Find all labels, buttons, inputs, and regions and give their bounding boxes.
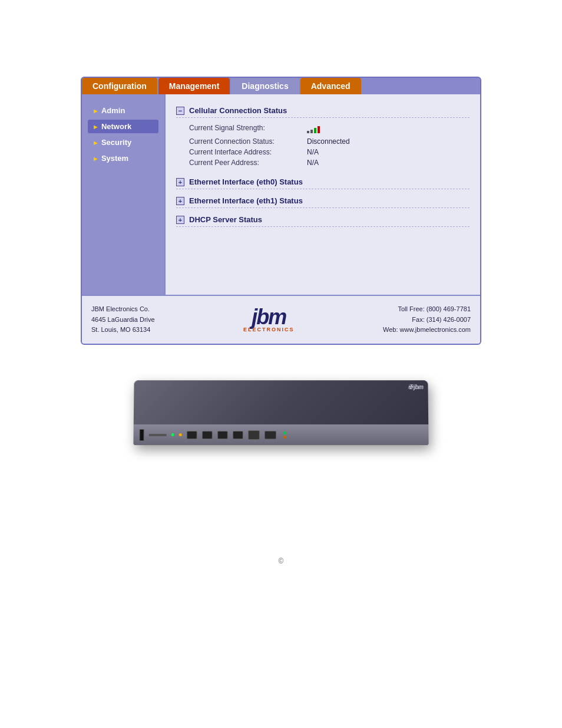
- device-logo: ✠ jbm: [408, 384, 423, 390]
- arrow-icon-security: ►: [92, 139, 99, 146]
- tab-management-label: Management: [169, 81, 220, 91]
- cellular-header: − Cellular Connection Status: [176, 104, 470, 118]
- led-3: [283, 431, 286, 434]
- db9-port: [265, 430, 276, 439]
- connection-status-row: Current Connection Status: Disconnected: [189, 136, 470, 147]
- device-box: ✠ jbm: [133, 380, 428, 445]
- sidebar-label-security: Security: [101, 138, 131, 147]
- signal-strength-row: Current Signal Strength:: [189, 123, 470, 136]
- footer: JBM Electronics Co. 4645 LaGuardia Drive…: [82, 295, 480, 344]
- tab-management[interactable]: Management: [158, 78, 230, 94]
- led-group: [283, 431, 286, 438]
- bar3: [314, 128, 316, 133]
- tab-advanced[interactable]: Advanced: [300, 78, 361, 94]
- eth0-header: + Ethernet Interface (eth0) Status: [176, 175, 470, 189]
- arrow-icon-admin: ►: [92, 107, 99, 114]
- eth1-header: + Ethernet Interface (eth1) Status: [176, 194, 470, 208]
- eth0-section: + Ethernet Interface (eth0) Status: [176, 175, 470, 189]
- cellular-details: Current Signal Strength:: [176, 120, 470, 170]
- port-1: [140, 429, 144, 440]
- logo-b: b: [256, 305, 268, 329]
- port-rj45-2: [202, 430, 213, 439]
- sidebar-label-system: System: [101, 154, 128, 163]
- device-top: ✠ jbm: [134, 380, 428, 424]
- sidebar-item-admin[interactable]: ► Admin: [88, 104, 158, 117]
- copyright: ©: [279, 557, 284, 565]
- company-name: JBM Electronics Co.: [91, 304, 155, 315]
- signal-bars-icon: [307, 124, 320, 133]
- sidebar-item-system[interactable]: ► System: [88, 151, 158, 165]
- footer-left: JBM Electronics Co. 4645 LaGuardia Drive…: [91, 304, 155, 335]
- electronics-label: ELECTRONICS: [243, 327, 295, 332]
- jbm-logo-text: jbm: [252, 307, 286, 328]
- eth0-expand-icon[interactable]: +: [176, 178, 184, 186]
- sidebar-label-network: Network: [101, 122, 131, 131]
- content-area: ► Admin ► Network ► Security ► System: [82, 94, 480, 295]
- sidebar-item-security[interactable]: ► Security: [88, 136, 158, 149]
- led-4: [283, 435, 286, 438]
- led-1: [171, 433, 174, 436]
- arrow-icon-system: ►: [92, 155, 99, 162]
- tab-configuration-label: Configuration: [92, 81, 147, 91]
- main-panel: Configuration Management Diagnostics Adv…: [81, 77, 481, 345]
- arrow-icon-network: ►: [92, 123, 99, 130]
- port-rj45-1: [187, 430, 197, 439]
- device-front: [133, 424, 428, 445]
- footer-logo: jbm ELECTRONICS: [243, 307, 295, 332]
- serial-port: [248, 430, 260, 439]
- fax: Fax: (314) 426-0007: [383, 315, 471, 325]
- bar2: [310, 130, 313, 133]
- eth1-title: Ethernet Interface (eth1) Status: [189, 196, 303, 205]
- bar4: [318, 126, 320, 133]
- peer-label: Current Peer Address:: [189, 159, 307, 167]
- website: Web: www.jbmelectronics.com: [383, 325, 471, 335]
- port-rj45-4: [233, 430, 243, 439]
- interface-value: N/A: [307, 148, 319, 156]
- main-content: − Cellular Connection Status Current Sig…: [164, 94, 480, 295]
- tab-diagnostics[interactable]: Diagnostics: [231, 78, 299, 94]
- connection-label: Current Connection Status:: [189, 137, 307, 146]
- interface-label: Current Interface Address:: [189, 148, 307, 156]
- logo-m: m: [268, 305, 286, 329]
- dhcp-header: + DHCP Server Status: [176, 213, 470, 227]
- dhcp-section: + DHCP Server Status: [176, 213, 470, 227]
- slot-area: [149, 433, 167, 436]
- eth1-section: + Ethernet Interface (eth1) Status: [176, 194, 470, 208]
- sidebar-label-admin: Admin: [101, 106, 125, 115]
- eth1-expand-icon[interactable]: +: [176, 197, 184, 205]
- eth0-title: Ethernet Interface (eth0) Status: [189, 177, 303, 186]
- dhcp-title: DHCP Server Status: [189, 215, 262, 224]
- dhcp-expand-icon[interactable]: +: [176, 216, 184, 224]
- tab-diagnostics-label: Diagnostics: [242, 81, 288, 91]
- tab-advanced-label: Advanced: [311, 81, 351, 91]
- sidebar-item-network[interactable]: ► Network: [88, 120, 158, 133]
- connection-value: Disconnected: [307, 137, 350, 146]
- footer-right: Toll Free: (800) 469-7781 Fax: (314) 426…: [383, 304, 471, 335]
- led-2: [179, 433, 182, 436]
- address-line2: St. Louis, MO 63134: [91, 325, 155, 335]
- copyright-symbol: ©: [279, 557, 284, 565]
- port-rj45-3: [217, 430, 228, 439]
- interface-address-row: Current Interface Address: N/A: [189, 147, 470, 157]
- cellular-expand-icon[interactable]: −: [176, 107, 184, 115]
- peer-value: N/A: [307, 159, 319, 167]
- cellular-section: − Cellular Connection Status Current Sig…: [176, 104, 470, 170]
- tab-bar: Configuration Management Diagnostics Adv…: [82, 78, 480, 94]
- cellular-title: Cellular Connection Status: [189, 106, 287, 115]
- device-image-area: ✠ jbm: [134, 380, 428, 475]
- toll-free: Toll Free: (800) 469-7781: [383, 304, 471, 315]
- signal-label: Current Signal Strength:: [189, 124, 307, 135]
- sidebar: ► Admin ► Network ► Security ► System: [82, 94, 164, 295]
- address-line1: 4645 LaGuardia Drive: [91, 315, 155, 325]
- bar1: [307, 131, 309, 133]
- tab-configuration[interactable]: Configuration: [82, 78, 157, 94]
- signal-value: [307, 124, 320, 135]
- peer-address-row: Current Peer Address: N/A: [189, 157, 470, 168]
